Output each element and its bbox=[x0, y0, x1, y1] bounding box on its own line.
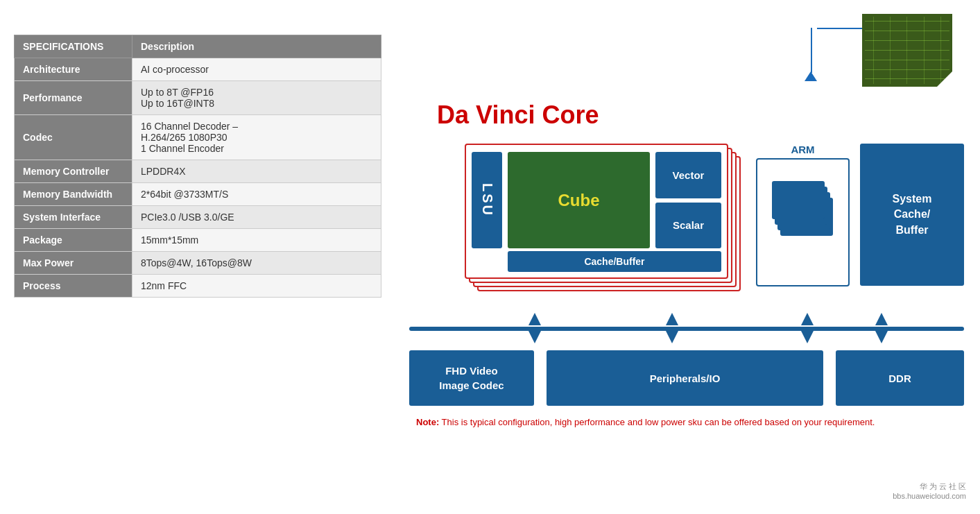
peripherals-box: Peripherals/IO bbox=[547, 350, 823, 406]
table-row: Process 12nm FFC bbox=[15, 275, 381, 298]
spec-value: 16 Channel Decoder –H.264/265 1080P301 C… bbox=[132, 115, 381, 160]
ddr-box: DDR bbox=[836, 350, 964, 406]
cube-box: Cube bbox=[508, 152, 650, 248]
spec-label: Package bbox=[15, 229, 132, 252]
spec-value: 15mm*15mm bbox=[132, 229, 381, 252]
col-spec-header: SPECIFICATIONS bbox=[15, 35, 132, 58]
spec-label: Performance bbox=[15, 81, 132, 115]
spec-label: Max Power bbox=[15, 252, 132, 275]
spec-value: 8Tops@4W, 16Tops@8W bbox=[132, 252, 381, 275]
spec-label: Memory Bandwidth bbox=[15, 183, 132, 206]
table-row: System Interface PCIe3.0 /USB 3.0/GE bbox=[15, 206, 381, 229]
spec-value: 2*64bit @3733MT/S bbox=[132, 183, 381, 206]
table-row: Memory Bandwidth 2*64bit @3733MT/S bbox=[15, 183, 381, 206]
lsu-box: LSU bbox=[472, 152, 502, 248]
table-row: Performance Up to 8T @FP16Up to 16T@INT8 bbox=[15, 81, 381, 115]
table-row: Codec 16 Channel Decoder –H.264/265 1080… bbox=[15, 115, 381, 160]
note-bold: Note: bbox=[416, 417, 439, 427]
vector-box: Vector bbox=[655, 152, 721, 198]
table-row: Memory Controller LPDDR4X bbox=[15, 160, 381, 183]
spec-value: PCIe3.0 /USB 3.0/GE bbox=[132, 206, 381, 229]
note-body: This is typical configuration, high perf… bbox=[439, 417, 875, 427]
watermark: 华 为 云 社 区 bbs.huaweicloud.com bbox=[893, 481, 966, 500]
table-row: Package 15mm*15mm bbox=[15, 229, 381, 252]
diagram-area: ↗ Da Vinci Core LSU Cube Vector Scalar bbox=[402, 14, 966, 500]
spec-value: LPDDR4X bbox=[132, 160, 381, 183]
spec-value: AI co-processor bbox=[132, 58, 381, 81]
spec-value: 12nm FFC bbox=[132, 275, 381, 298]
spec-label: Architecture bbox=[15, 58, 132, 81]
spec-label: Codec bbox=[15, 115, 132, 160]
table-row: Max Power 8Tops@4W, 16Tops@8W bbox=[15, 252, 381, 275]
specs-table: SPECIFICATIONS Description Architecture … bbox=[14, 35, 381, 298]
table-row: Architecture AI co-processor bbox=[15, 58, 381, 81]
spec-label: System Interface bbox=[15, 206, 132, 229]
diagram-title: Da Vinci Core bbox=[437, 101, 966, 130]
spec-label: Process bbox=[15, 275, 132, 298]
note-text: Note: This is typical configuration, hig… bbox=[416, 416, 943, 429]
col-desc-header: Description bbox=[132, 35, 381, 58]
spec-value: Up to 8T @FP16Up to 16T@INT8 bbox=[132, 81, 381, 115]
syscache-box: SystemCache/Buffer bbox=[860, 144, 964, 286]
arm-label: ARM bbox=[756, 144, 850, 155]
spec-label: Memory Controller bbox=[15, 160, 132, 183]
fhd-video-box: FHD VideoImage Codec bbox=[409, 350, 534, 406]
cache-buffer-box: Cache/Buffer bbox=[508, 251, 721, 272]
scalar-box: Scalar bbox=[655, 203, 721, 249]
